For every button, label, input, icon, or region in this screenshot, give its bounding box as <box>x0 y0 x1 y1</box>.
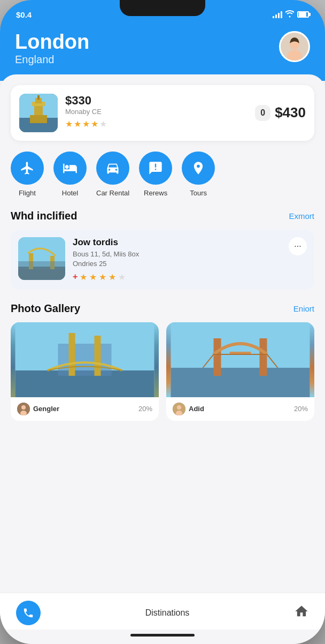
svg-rect-19 <box>95 336 101 376</box>
battery-icon <box>297 11 309 18</box>
gallery-item-1[interactable]: Gengler 20% <box>11 322 159 421</box>
user-avatar-2 <box>173 403 185 415</box>
phone-shell: $0.4 <box>0 0 325 644</box>
svg-rect-18 <box>69 333 75 376</box>
svg-rect-9 <box>30 115 47 123</box>
svg-point-21 <box>21 405 26 410</box>
signal-icon <box>273 11 282 18</box>
home-icon[interactable] <box>294 604 309 623</box>
flight-label: Flight <box>19 189 36 197</box>
gallery-photo-1 <box>11 322 159 397</box>
whd-section-header: Whd inclified Exmort <box>11 210 314 222</box>
balance-text: $0.4 <box>16 10 32 19</box>
user-name-2: Adid <box>189 405 204 413</box>
attraction-info: Jow tordis Bous 11, 5d, Miis 8ox Ondries… <box>73 237 281 282</box>
phone-screen: $0.4 <box>0 0 325 644</box>
gallery-count-1: 20% <box>138 405 152 413</box>
gallery-grid: Gengler 20% <box>11 322 314 421</box>
hotel-circle <box>53 151 87 185</box>
plus-icon: + <box>73 272 78 282</box>
avatar[interactable] <box>279 31 310 62</box>
category-reviews[interactable]: Rerews <box>139 151 172 197</box>
car-circle <box>96 151 129 185</box>
featured-card: $330 Monaby CE ★ ★ ★ ★ ★ 0 $430 <box>11 85 314 141</box>
gallery-user-2: Adid <box>173 403 204 415</box>
star-rating: ★ ★ ★ ★ ★ <box>65 119 107 129</box>
a-star-4: ★ <box>109 272 116 282</box>
hotel-name: Monaby CE <box>65 108 107 116</box>
hotel-label: Hotel <box>62 189 78 197</box>
notch <box>120 0 205 16</box>
svg-rect-17 <box>58 344 112 376</box>
featured-info: $330 Monaby CE ★ ★ ★ ★ ★ <box>65 94 107 129</box>
attraction-rating: + ★ ★ ★ ★ ★ <box>73 272 281 282</box>
gallery-item-2[interactable]: Adid 20% <box>166 322 314 421</box>
user-avatar-1 <box>17 403 30 415</box>
attraction-sub2: Ondries 25 <box>73 260 281 268</box>
user-name-1: Gengler <box>33 405 59 413</box>
attraction-thumbnail <box>18 237 65 280</box>
flight-circle <box>11 151 44 185</box>
star-2: ★ <box>74 119 81 129</box>
gallery-title: Photo Gallery <box>11 302 80 315</box>
gallery-section-header: Photo Gallery Eniort <box>11 302 314 315</box>
svg-rect-25 <box>214 338 221 376</box>
a-star-2: ★ <box>89 272 97 282</box>
reviews-circle <box>139 151 172 185</box>
more-button[interactable]: ··· <box>289 237 307 255</box>
star-1: ★ <box>65 119 73 129</box>
featured-price: $330 <box>65 94 107 108</box>
wifi-icon <box>285 10 294 19</box>
category-flight[interactable]: Flight <box>11 151 44 197</box>
main-content: $330 Monaby CE ★ ★ ★ ★ ★ 0 $430 <box>0 74 325 593</box>
price-counter: 0 <box>255 105 270 121</box>
header: London England <box>0 25 325 81</box>
star-5: ★ <box>99 119 107 129</box>
svg-rect-24 <box>171 368 310 397</box>
gallery-user-1: Gengler <box>17 403 59 415</box>
tours-circle <box>182 151 215 185</box>
svg-rect-14 <box>18 261 65 269</box>
whd-title: Whd inclified <box>11 210 77 222</box>
svg-rect-8 <box>37 95 40 100</box>
city-name: London <box>15 31 89 54</box>
reviews-label: Rerews <box>144 189 167 197</box>
featured-thumbnail <box>19 94 58 132</box>
tours-label: Tours <box>190 189 207 197</box>
gallery-link[interactable]: Eniort <box>293 304 314 313</box>
svg-point-29 <box>177 405 181 410</box>
car-label: Car Rental <box>96 189 129 197</box>
attraction-name: Jow tordis <box>73 237 281 248</box>
country-name: England <box>15 54 89 66</box>
star-3: ★ <box>82 119 90 129</box>
a-star-5: ★ <box>118 272 126 282</box>
category-hotel[interactable]: Hotel <box>53 151 87 197</box>
gallery-meta-2: Adid 20% <box>166 397 314 421</box>
gallery-photo-2 <box>166 322 314 397</box>
gallery-count-2: 20% <box>294 405 308 413</box>
a-star-3: ★ <box>99 272 106 282</box>
category-car[interactable]: Car Rental <box>96 151 129 197</box>
a-star-1: ★ <box>80 272 87 282</box>
home-bar <box>130 634 195 637</box>
status-icons <box>273 10 309 19</box>
featured-left: $330 Monaby CE ★ ★ ★ ★ ★ <box>19 94 107 132</box>
price-total: $430 <box>275 104 306 121</box>
destinations-label: Distinations <box>145 608 190 618</box>
price-right: 0 $430 <box>255 104 306 121</box>
gallery-meta-1: Gengler 20% <box>11 397 159 421</box>
header-text: London England <box>15 31 89 66</box>
bottom-nav: Distinations <box>0 593 325 630</box>
categories: Flight Hotel Car <box>11 151 314 197</box>
phone-button[interactable] <box>16 601 41 625</box>
star-4: ★ <box>91 119 98 129</box>
whd-link[interactable]: Exmort <box>289 211 314 221</box>
home-indicator <box>0 630 325 644</box>
svg-rect-26 <box>260 338 267 376</box>
attraction-card: Jow tordis Bous 11, 5d, Miis 8ox Ondries… <box>11 230 314 290</box>
category-tours[interactable]: Tours <box>182 151 215 197</box>
attraction-sub1: Bous 11, 5d, Miis 8ox <box>73 250 281 258</box>
